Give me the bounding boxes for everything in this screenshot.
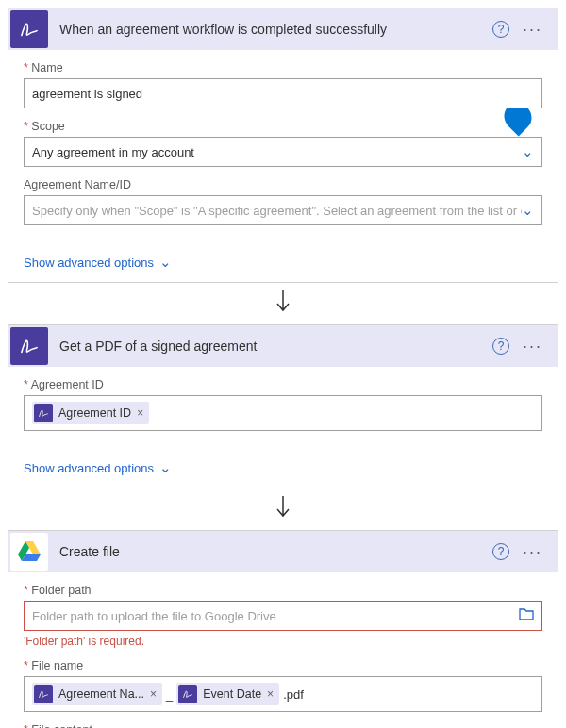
field-agreement-id: Agreement ID Agreement ID ×: [24, 378, 542, 431]
token-remove-icon[interactable]: ×: [150, 687, 157, 701]
show-advanced-toggle[interactable]: Show advanced options ⌄: [8, 250, 558, 282]
chevron-down-icon: ⌄: [159, 254, 172, 271]
token-event-date[interactable]: Event Date ×: [176, 683, 279, 705]
card-header[interactable]: Get a PDF of a signed agreement ? ···: [8, 325, 558, 367]
folder-path-input[interactable]: Folder path to upload the file to Google…: [24, 601, 542, 631]
adobe-sign-icon: [34, 685, 53, 703]
field-label: Scope: [24, 120, 542, 133]
chevron-down-icon: ⌄: [522, 202, 534, 219]
help-icon[interactable]: ?: [492, 543, 509, 560]
flow-arrow-icon: [8, 490, 558, 530]
name-input[interactable]: agreement is signed: [24, 78, 542, 108]
chevron-down-icon: ⌄: [522, 143, 534, 160]
field-folder-path: Folder path Folder path to upload the fi…: [24, 584, 542, 648]
more-menu-icon[interactable]: ···: [519, 547, 546, 556]
folder-path-placeholder: Folder path to upload the file to Google…: [32, 609, 513, 623]
folder-picker-icon[interactable]: [519, 608, 534, 623]
show-advanced-toggle[interactable]: Show advanced options ⌄: [8, 455, 558, 488]
field-label: Agreement Name/ID: [24, 178, 542, 191]
field-label: Folder path: [24, 584, 542, 597]
file-name-suffix: .pdf: [283, 687, 304, 702]
field-label: Name: [24, 61, 542, 74]
card-title: Get a PDF of a signed agreement: [50, 339, 492, 354]
scope-select-value: Any agreement in my account: [32, 145, 194, 159]
step-card-create-file: Create file ? ··· Folder path Folder pat…: [8, 530, 558, 728]
field-agreement-name-id: Agreement Name/ID Specify only when "Sco…: [24, 178, 542, 225]
token-remove-icon[interactable]: ×: [267, 687, 274, 701]
field-label: File content: [24, 723, 542, 728]
adobe-sign-icon: [10, 10, 48, 48]
token-agreement-name[interactable]: Agreement Na... ×: [32, 683, 162, 705]
flow-arrow-icon: [8, 285, 558, 324]
help-icon[interactable]: ?: [492, 21, 509, 38]
scope-select[interactable]: Any agreement in my account ⌄: [24, 137, 542, 167]
agreement-select[interactable]: Specify only when "Scope" is "A specific…: [24, 195, 542, 225]
field-file-name: File name Agreement Na... × _: [24, 659, 542, 712]
step-card-get-pdf: Get a PDF of a signed agreement ? ··· Ag…: [8, 324, 558, 488]
card-header[interactable]: Create file ? ···: [8, 531, 558, 572]
step-card-trigger: When an agreement workflow is completed …: [8, 8, 558, 283]
token-label: Agreement Na...: [58, 687, 144, 701]
field-label: Agreement ID: [24, 378, 542, 391]
token-label: Agreement ID: [58, 406, 131, 420]
help-icon[interactable]: ?: [492, 338, 509, 355]
more-menu-icon[interactable]: ···: [519, 341, 546, 351]
token-label: Event Date: [203, 687, 261, 701]
folder-path-error: 'Folder path' is required.: [24, 635, 542, 648]
field-scope: Scope Any agreement in my account ⌄: [24, 120, 542, 167]
adobe-sign-icon: [178, 685, 197, 703]
file-name-input[interactable]: Agreement Na... × _ Event Date × .pdf: [24, 676, 542, 712]
google-drive-icon: [10, 533, 48, 571]
card-header[interactable]: When an agreement workflow is completed …: [8, 8, 558, 50]
field-name: Name agreement is signed: [24, 61, 542, 108]
agreement-id-input[interactable]: Agreement ID ×: [24, 395, 542, 431]
adobe-sign-icon: [10, 327, 48, 365]
field-file-content: File content Body ×: [24, 723, 542, 728]
adobe-sign-icon: [34, 404, 53, 422]
file-name-separator: _: [166, 687, 173, 702]
more-menu-icon[interactable]: ···: [519, 25, 546, 34]
field-label: File name: [24, 659, 542, 672]
card-title: Create file: [50, 544, 492, 559]
name-input-value: agreement is signed: [32, 87, 142, 101]
token-agreement-id[interactable]: Agreement ID ×: [32, 402, 149, 424]
token-remove-icon[interactable]: ×: [137, 406, 143, 420]
chevron-down-icon: ⌄: [159, 459, 172, 476]
card-title: When an agreement workflow is completed …: [50, 22, 492, 37]
agreement-placeholder: Specify only when "Scope" is "A specific…: [32, 204, 522, 218]
